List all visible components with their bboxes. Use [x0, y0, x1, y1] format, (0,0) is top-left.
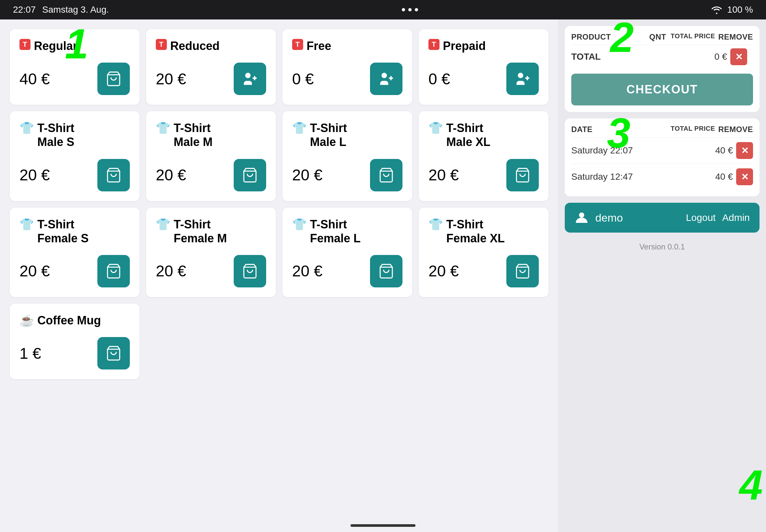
orders-header: DATE TOTAL PRICE REMOVE [571, 125, 753, 137]
svg-point-1 [245, 73, 250, 78]
status-bar-center [402, 8, 418, 11]
ticket-icon: T [429, 39, 440, 50]
wifi-icon [711, 5, 722, 14]
product-footer-tshirt-female-s: 20 € [19, 255, 130, 287]
add-to-cart-regular[interactable] [97, 63, 130, 95]
add-to-cart-coffee-mug[interactable] [97, 337, 130, 369]
checkout-header: PRODUCT QNT TOTAL PRICE REMOVE [571, 32, 753, 45]
product-price-prepaid: 0 € [429, 70, 450, 88]
remove-order-0[interactable]: ✕ [736, 142, 753, 159]
status-bar: 22:07 Samstag 3. Aug. 100 % [0, 0, 766, 19]
ticket-icon: T [19, 39, 30, 50]
product-price-tshirt-male-m: 20 € [156, 166, 186, 184]
product-card-tshirt-male-l: 👕 T-ShirtMale L 20 € [282, 111, 412, 201]
product-footer-tshirt-male-xl: 20 € [429, 159, 539, 191]
tshirt-male-grid: 👕 T-ShirtMale S 20 € 👕 T-ShirtMale M 2 [10, 111, 549, 201]
tshirt-icon: 👕 [292, 217, 307, 231]
add-to-cart-free[interactable] [370, 63, 403, 95]
add-to-cart-tshirt-male-l[interactable] [370, 159, 403, 191]
clear-cart-button[interactable]: ✕ [730, 48, 747, 65]
sidebar: 2 PRODUCT QNT TOTAL PRICE REMOVE TOTAL 0… [558, 19, 766, 532]
logout-button[interactable]: Logout [686, 212, 716, 223]
remove-order-1[interactable]: ✕ [736, 168, 753, 185]
product-name-regular: T Regular [19, 39, 130, 53]
product-card-coffee-mug: ☕ Coffee Mug 1 € [10, 304, 140, 379]
time: 22:07 [13, 5, 36, 15]
add-to-cart-tshirt-female-l[interactable] [370, 255, 403, 287]
checkout-button[interactable]: CHECKOUT [571, 74, 753, 105]
header-remove: REMOVE [718, 32, 753, 42]
tshirt-icon: 👕 [156, 121, 170, 135]
misc-products-row: ☕ Coffee Mug 1 € [10, 304, 549, 379]
product-footer-tshirt-male-m: 20 € [156, 159, 266, 191]
product-price-reduced: 20 € [156, 70, 186, 88]
add-to-cart-tshirt-female-s[interactable] [97, 255, 130, 287]
dot3 [415, 8, 418, 11]
product-name-tshirt-female-m: 👕 T-ShirtFemale M [156, 217, 266, 245]
product-footer-tshirt-female-l: 20 € [292, 255, 403, 287]
order-price-1: 40 € [715, 172, 733, 182]
product-footer-tshirt-female-m: 20 € [156, 255, 266, 287]
add-to-cart-tshirt-male-m[interactable] [234, 159, 266, 191]
user-name: demo [595, 212, 679, 224]
product-footer-reduced: 20 € [156, 63, 266, 95]
orders-section: 3 DATE TOTAL PRICE REMOVE Saturday 22:07… [565, 118, 760, 196]
add-to-cart-tshirt-female-xl[interactable] [506, 255, 539, 287]
order-row-1: Saturday 12:47 40 € ✕ [571, 163, 753, 190]
dot2 [408, 8, 412, 11]
product-price-tshirt-male-xl: 20 € [429, 166, 459, 184]
product-name-tshirt-female-xl: 👕 T-ShirtFemale XL [429, 217, 539, 245]
order-row-0: Saturday 22:07 40 € ✕ [571, 137, 753, 163]
product-card-tshirt-female-l: 👕 T-ShirtFemale L 20 € [282, 208, 412, 297]
tshirt-icon: 👕 [292, 121, 307, 135]
orders-remove-header: REMOVE [718, 125, 753, 134]
add-to-cart-prepaid[interactable] [506, 63, 539, 95]
date: Samstag 3. Aug. [42, 5, 109, 15]
add-to-cart-reduced[interactable] [234, 63, 266, 95]
orders-list: Saturday 22:07 40 € ✕ Saturday 12:47 40 … [571, 137, 753, 190]
user-icon [575, 211, 589, 225]
product-price-free: 0 € [292, 70, 314, 88]
product-price-tshirt-male-s: 20 € [19, 166, 50, 184]
product-price-tshirt-male-l: 20 € [292, 166, 322, 184]
product-card-tshirt-female-xl: 👕 T-ShirtFemale XL 20 € [419, 208, 549, 297]
ticket-products-grid: T Regular 40 € T Reduced 20 € [10, 29, 549, 105]
product-card-tshirt-female-s: 👕 T-ShirtFemale S 20 € [10, 208, 140, 297]
svg-point-19 [579, 212, 584, 218]
header-qnt: QNT [648, 32, 667, 42]
product-name-prepaid: T Prepaid [429, 39, 539, 53]
user-section: demo Logout Admin [565, 203, 760, 233]
add-to-cart-tshirt-female-m[interactable] [234, 255, 266, 287]
product-price-tshirt-female-s: 20 € [19, 262, 50, 280]
status-bar-left: 22:07 Samstag 3. Aug. [13, 5, 109, 15]
add-to-cart-tshirt-male-xl[interactable] [506, 159, 539, 191]
total-remove: ✕ [730, 48, 753, 65]
product-name-reduced: T Reduced [156, 39, 266, 53]
orders-date-header: DATE [571, 125, 667, 134]
product-card-tshirt-female-m: 👕 T-ShirtFemale M 20 € [146, 208, 276, 297]
product-price-tshirt-female-xl: 20 € [429, 262, 459, 280]
battery: 100 % [727, 5, 753, 15]
header-total-price: TOTAL PRICE [671, 32, 715, 42]
checkout-section: PRODUCT QNT TOTAL PRICE REMOVE TOTAL 0 €… [565, 26, 760, 112]
order-date-0: Saturday 22:07 [571, 145, 712, 156]
home-indicator [350, 524, 416, 527]
product-footer-coffee-mug: 1 € [19, 337, 130, 369]
dot1 [402, 8, 405, 11]
product-footer-tshirt-male-l: 20 € [292, 159, 403, 191]
product-price-tshirt-female-l: 20 € [292, 262, 322, 280]
products-panel: 1 T Regular 40 € T Reduced [0, 19, 558, 532]
product-footer-regular: 40 € [19, 63, 130, 95]
product-name-tshirt-male-s: 👕 T-ShirtMale S [19, 121, 130, 149]
product-name-tshirt-male-l: 👕 T-ShirtMale L [292, 121, 403, 149]
ticket-icon: T [156, 39, 167, 50]
add-to-cart-tshirt-male-s[interactable] [97, 159, 130, 191]
main-layout: 1 T Regular 40 € T Reduced [0, 19, 766, 532]
product-card-tshirt-male-s: 👕 T-ShirtMale S 20 € [10, 111, 140, 201]
svg-point-4 [381, 73, 387, 78]
admin-button[interactable]: Admin [722, 212, 750, 223]
order-date-1: Saturday 12:47 [571, 172, 712, 182]
product-name-tshirt-male-xl: 👕 T-ShirtMale XL [429, 121, 539, 149]
header-product: PRODUCT [571, 32, 645, 42]
orders-price-header: TOTAL PRICE [671, 125, 715, 132]
